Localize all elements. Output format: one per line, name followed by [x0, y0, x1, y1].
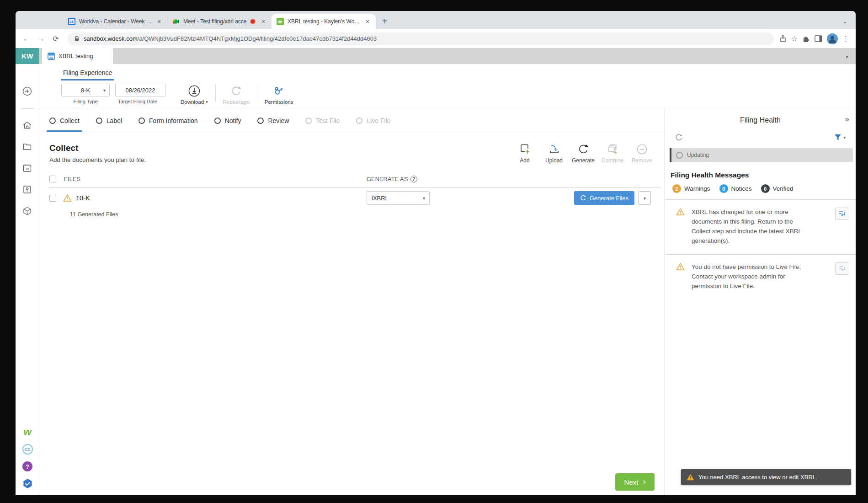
back-button[interactable]: ← [20, 32, 33, 45]
app-header: KW XBRL testing ▾ [16, 48, 856, 64]
calendar-icon[interactable]: 16 [22, 163, 32, 173]
workiva-logo: w [23, 427, 31, 437]
step-review[interactable]: Review [257, 109, 289, 132]
tab-filing-experience[interactable]: Filing Experience [61, 69, 114, 80]
filter-button[interactable]: ▾ [834, 134, 846, 141]
jump-to-issue-button[interactable] [835, 208, 849, 220]
new-tab-button[interactable]: + [382, 16, 388, 27]
tab-close-icon[interactable]: ✕ [155, 18, 163, 25]
filing-controls-bar: Filing Experience 8-K ▾ Filing Type 08/2… [39, 64, 856, 109]
upload-icon [548, 143, 560, 155]
generate-button[interactable]: Generate [569, 143, 598, 164]
download-button[interactable]: Download▾ [181, 84, 208, 105]
remove-button: Remove [627, 143, 656, 164]
user-avatar[interactable]: CD [22, 444, 33, 455]
generate-as-select[interactable]: iXBRL ▾ [367, 191, 430, 205]
updating-banner: Updating [670, 148, 853, 162]
radio-icon [257, 118, 264, 124]
warning-filled-icon [687, 474, 694, 481]
tab-close-icon[interactable]: ✕ [260, 18, 267, 25]
generated-files-info[interactable]: 11 Generated Files [70, 211, 665, 218]
notices-count[interactable]: 0Notices [719, 184, 752, 193]
filing-type-select[interactable]: 8-K ▾ [61, 84, 110, 96]
browser-tabstrip: 26 Workiva - Calendar - Week of A ✕ Meet… [16, 11, 856, 29]
target-date-value: 08/26/2022 [125, 87, 155, 94]
section-title: Collect [49, 143, 146, 153]
document-tab-title: XBRL testing [59, 53, 93, 59]
select-all-checkbox[interactable] [49, 176, 56, 182]
reload-button[interactable]: ⟳ [49, 32, 62, 45]
filing-health-panel: Filing Health » ▾ [665, 109, 856, 495]
chevron-right-icon: › [643, 477, 645, 486]
certifications-pin-icon[interactable] [22, 184, 32, 194]
address-bar[interactable]: sandbox.wdesk.com/a/QWNjb3VudF82MzI4MTQ4… [68, 32, 774, 45]
row-checkbox[interactable] [49, 195, 56, 202]
tab-search-caret-icon[interactable]: ⌄ [842, 18, 847, 25]
step-label: Collect [60, 117, 80, 124]
repackage-icon [230, 85, 243, 97]
generate-files-button[interactable]: Generate Files [574, 191, 634, 205]
step-collect[interactable]: Collect [49, 109, 80, 132]
step-label: Review [268, 117, 289, 124]
upload-button[interactable]: Upload [539, 143, 569, 164]
permissions-button[interactable]: Permissions [265, 84, 293, 105]
browser-tab-calendar[interactable]: 26 Workiva - Calendar - Week of A ✕ [63, 14, 167, 29]
browser-menu-icon[interactable]: ⋮ [842, 35, 849, 43]
document-tab-xbrl-testing[interactable]: XBRL testing [42, 48, 113, 64]
messages-title: Filing Health Messages [671, 171, 856, 179]
rail-divider [21, 108, 34, 109]
target-filing-date-input[interactable]: 08/26/2022 [115, 84, 165, 96]
repackage-button[interactable]: Repackage [223, 84, 250, 105]
file-row-10k: 10-K iXBRL ▾ Generate Files [49, 187, 660, 209]
home-icon[interactable] [22, 120, 32, 130]
step-form-information[interactable]: Form Information [138, 109, 198, 132]
step-test-file: Test File [305, 109, 340, 132]
message-counts: 2Warnings 0Notices 0Verified [672, 184, 856, 193]
help-icon[interactable]: ? [22, 461, 32, 471]
health-message: You do not have permission to Live File.… [665, 254, 856, 300]
help-circle-icon[interactable]: ? [410, 176, 417, 182]
generate-files-label: Generate Files [590, 195, 628, 202]
action-label: Add [520, 157, 529, 164]
refresh-icon [580, 195, 586, 201]
step-notify[interactable]: Notify [214, 109, 241, 132]
files-table-header: FILES GENERATE AS ? [49, 171, 660, 187]
action-label: Upload [545, 157, 563, 164]
next-button[interactable]: Next › [615, 473, 655, 491]
file-name[interactable]: 10-K [76, 194, 90, 202]
support-chat-icon[interactable] [22, 478, 33, 489]
step-label[interactable]: Label [96, 109, 122, 132]
tab-close-icon[interactable]: ✕ [364, 18, 371, 25]
document-icon [48, 53, 55, 60]
extensions-icon[interactable] [802, 35, 810, 43]
forward-button[interactable]: → [35, 32, 48, 45]
workiva-favicon-icon: w [276, 18, 284, 26]
side-panel-icon[interactable] [815, 35, 822, 42]
create-plus-icon[interactable] [22, 86, 32, 96]
browser-tab-xbrl-testing[interactable]: w XBRL testing - Kaylen's Works ✕ [272, 14, 376, 29]
packages-cube-icon[interactable] [22, 206, 32, 216]
browser-tab-meet[interactable]: Meet - Test filing/xbrl acce ✕ [167, 14, 272, 29]
filing-type-group: 8-K ▾ Filing Type [61, 84, 110, 105]
generate-files-dropdown-button[interactable]: ▾ [639, 191, 651, 205]
chevron-down-icon: ▾ [206, 100, 208, 104]
bookmark-star-icon[interactable]: ☆ [791, 34, 798, 43]
warnings-count[interactable]: 2Warnings [672, 184, 710, 193]
document-tabs-caret-icon[interactable]: ▾ [846, 54, 848, 60]
workspace-logo[interactable]: KW [16, 48, 39, 64]
combine-button: Combine [598, 143, 627, 164]
browser-profile-avatar[interactable] [827, 33, 838, 44]
radio-icon [96, 118, 102, 124]
wdesk-app: KW XBRL testing ▾ [16, 48, 856, 495]
target-date-group: 08/26/2022 Target Filing Date [110, 84, 165, 105]
url-text: sandbox.wdesk.com/a/QWNjb3VudF82MzI4MTQ4… [84, 35, 377, 42]
verified-count[interactable]: 0Verified [761, 184, 793, 193]
warning-triangle-icon [676, 208, 685, 216]
collapse-panel-icon[interactable]: » [845, 115, 849, 124]
refresh-icon[interactable] [675, 134, 683, 141]
share-icon[interactable] [779, 35, 787, 43]
files-folder-icon[interactable] [22, 141, 32, 151]
add-button[interactable]: Add [510, 143, 539, 164]
message-text: XBRL has changed for one or more documen… [692, 208, 805, 246]
tab-title: Workiva - Calendar - Week of A [79, 18, 152, 25]
